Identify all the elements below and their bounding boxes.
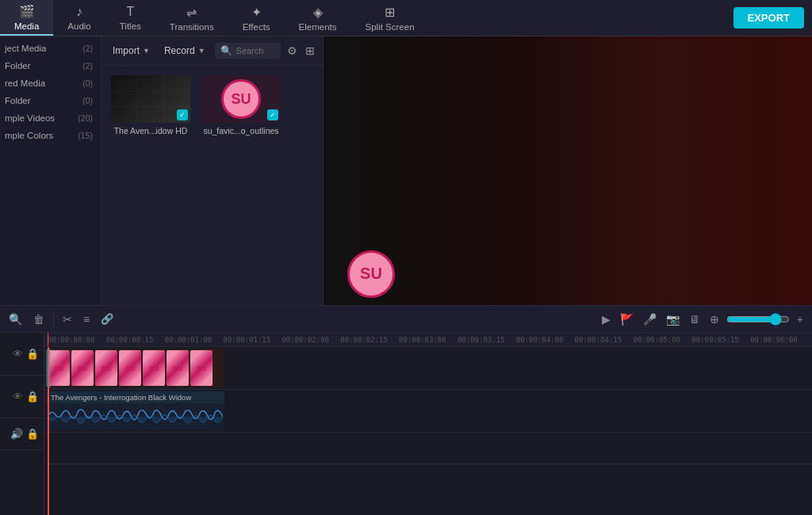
avengers-label: The Aven...idow HD — [114, 126, 188, 135]
nav-label-audio: Audio — [67, 21, 90, 31]
video-clip-label: The Avengers - Interrogation Black Widow — [46, 391, 224, 403]
nav-label-effects: Effects — [243, 22, 270, 32]
media-toolbar: Import ▼ Record ▼ 🔍 ⚙ ⊞ — [102, 36, 323, 66]
ruler-mark: 00:00:02:15 — [340, 336, 399, 344]
timeline-play[interactable]: ▶ — [599, 311, 613, 328]
sidebar-label: mple Colors — [5, 131, 53, 140]
track-eye-icon-2[interactable]: 👁 — [13, 391, 23, 402]
nav-item-audio[interactable]: ♪ Audio — [53, 0, 105, 36]
sidebar-item-folder-2[interactable]: Folder (0) — [0, 92, 101, 109]
frame-2: SU — [71, 350, 94, 386]
filter-button[interactable]: ⚙ — [285, 43, 299, 59]
sidebar-count: (20) — [78, 113, 93, 123]
timeline-link[interactable]: 🔗 — [98, 311, 116, 327]
ruler-mark: 00:00:01:00 — [165, 336, 224, 344]
timeline-mic[interactable]: 🎤 — [641, 311, 659, 328]
nav-label-split-screen: Split Screen — [366, 22, 415, 32]
nav-label-transitions: Transitions — [170, 22, 214, 32]
record-chevron-icon: ▼ — [198, 47, 205, 55]
playhead-line-ruler — [48, 333, 48, 346]
timeline-zoom-slider[interactable] — [726, 313, 790, 326]
sidebar-count: (0) — [82, 78, 93, 88]
su-label: su_favic...o_outlines — [203, 126, 278, 135]
timeline-delete[interactable]: 🗑 — [31, 311, 47, 328]
timeline-tracks: SU SU SU SU SU SU SU — [44, 347, 812, 515]
timeline-display[interactable]: 🖥 — [687, 311, 703, 328]
sidebar-item-shared-media[interactable]: red Media (0) — [0, 74, 101, 92]
sidebar-item-sample-colors[interactable]: mple Colors (15) — [0, 127, 101, 144]
sidebar-count: (0) — [82, 96, 93, 105]
track-video-thumbnails: SU SU SU SU SU SU SU — [44, 347, 812, 390]
clip-edge-left — [46, 349, 51, 387]
nav-label-elements: Elements — [299, 22, 337, 32]
track-lock-icon[interactable]: 🔒 — [26, 348, 39, 360]
titles-icon: T — [126, 5, 134, 19]
import-chevron-icon: ▼ — [143, 47, 150, 55]
track-ctrl-audio-only: 🔊 🔒 — [0, 418, 44, 450]
import-dropdown[interactable]: Import ▼ — [108, 43, 155, 59]
ruler-mark: 00:00:00:00 — [48, 336, 106, 344]
track-eye-icon[interactable]: 👁 — [13, 348, 23, 360]
timeline-left-controls: 👁 🔒 👁 🔒 🔊 🔒 — [0, 333, 44, 515]
sidebar-item-project-media[interactable]: ject Media (2) — [0, 40, 101, 57]
waveform-area — [46, 403, 224, 430]
timeline-cut[interactable]: ✂ — [60, 311, 75, 328]
track-ctrl-video: 👁 🔒 — [0, 333, 44, 376]
main-video-clip[interactable]: The Avengers - Interrogation Black Widow — [46, 391, 224, 430]
nav-item-media[interactable]: 🎬 Media — [0, 0, 53, 36]
import-label: Import — [113, 45, 140, 56]
timeline-snap[interactable]: ⊕ — [707, 311, 722, 328]
transitions-icon: ⇌ — [186, 5, 197, 20]
timeline-group[interactable]: ≡ — [81, 311, 92, 328]
track-ctrl-audio-video: 👁 🔒 — [0, 376, 44, 418]
effects-icon: ✦ — [251, 5, 262, 20]
timeline-ruler: 00:00:00:00 00:00:00:15 00:00:01:00 00:0… — [44, 333, 812, 347]
ruler-marks: 00:00:00:00 00:00:00:15 00:00:01:00 00:0… — [44, 336, 812, 344]
timeline-ruler-area: 00:00:00:00 00:00:00:15 00:00:01:00 00:0… — [44, 333, 812, 515]
sidebar-count: (2) — [82, 44, 93, 53]
track-lock-icon-2[interactable]: 🔒 — [26, 391, 39, 402]
timeline-zoom-in[interactable]: + — [795, 311, 806, 328]
nav-item-transitions[interactable]: ⇌ Transitions — [155, 0, 228, 36]
ruler-mark: 00:00:00:15 — [106, 336, 165, 344]
timeline-marker[interactable]: 🚩 — [618, 311, 636, 328]
media-item-avengers[interactable]: ✓ The Aven...idow HD — [111, 75, 190, 135]
nav-item-titles[interactable]: T Titles — [105, 0, 155, 36]
sidebar-label: ject Media — [5, 44, 46, 53]
frame-4: SU — [119, 350, 141, 386]
nav-item-elements[interactable]: ◈ Elements — [285, 0, 351, 36]
timeline-section: 🔍 🗑 ✂ ≡ 🔗 ▶ 🚩 🎤 📷 🖥 ⊕ + 👁 🔒 👁 🔒 — [0, 305, 812, 515]
ruler-mark: 00:00:06:00 — [750, 336, 809, 344]
search-input[interactable] — [236, 46, 275, 55]
frame-6: SU — [167, 350, 189, 386]
waveform-svg — [48, 403, 223, 430]
sidebar-count: (2) — [82, 61, 93, 71]
avengers-thumbnail: ✓ — [111, 75, 190, 123]
ruler-mark: 00:00:05:15 — [691, 336, 750, 344]
avengers-check: ✓ — [177, 109, 188, 120]
nav-label-media: Media — [14, 21, 39, 31]
split-screen-icon: ⊞ — [385, 5, 395, 20]
ruler-mark: 00:00:03:00 — [399, 336, 458, 344]
timeline-zoom-fit[interactable]: 🔍 — [6, 311, 25, 328]
search-icon: 🔍 — [220, 45, 232, 56]
timeline-camera[interactable]: 📷 — [664, 311, 682, 328]
track-main-video: The Avengers - Interrogation Black Widow — [44, 390, 812, 433]
nav-item-effects[interactable]: ✦ Effects — [228, 0, 285, 36]
view-toggle-button[interactable]: ⊞ — [304, 43, 316, 59]
sidebar-item-sample-videos[interactable]: mple Videos (20) — [0, 109, 101, 127]
top-nav: 🎬 Media ♪ Audio T Titles ⇌ Transitions ✦… — [0, 0, 812, 36]
ruler-mark: 00:00:03:15 — [458, 336, 516, 344]
elements-icon: ◈ — [313, 5, 323, 20]
video-clip-thumbnails[interactable]: SU SU SU SU SU SU SU — [46, 349, 224, 387]
media-icon: 🎬 — [19, 4, 35, 19]
nav-item-split-screen[interactable]: ⊞ Split Screen — [351, 0, 429, 36]
track-lock-icon-3[interactable]: 🔒 — [26, 428, 39, 440]
media-grid: ✓ The Aven...idow HD SU ✓ su_favic...o_o… — [102, 66, 323, 145]
track-inner-video: SU SU SU SU SU SU SU — [44, 347, 812, 389]
track-volume-icon[interactable]: 🔊 — [10, 428, 23, 440]
export-button[interactable]: EXPORT — [733, 7, 804, 29]
record-dropdown[interactable]: Record ▼ — [159, 43, 210, 59]
sidebar-item-folder-1[interactable]: Folder (2) — [0, 57, 101, 74]
media-item-su[interactable]: SU ✓ su_favic...o_outlines — [201, 75, 281, 135]
